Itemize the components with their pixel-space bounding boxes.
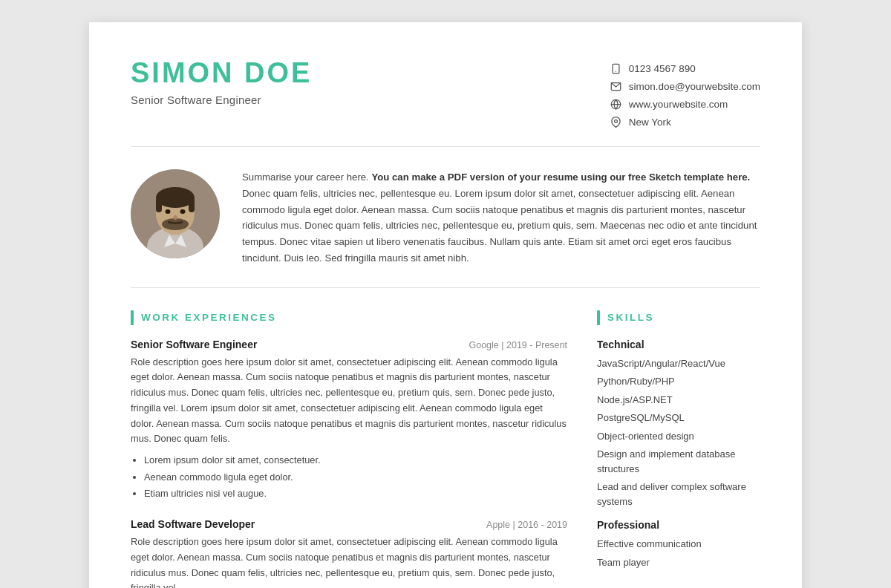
skill-oo: Object-oriented design: [597, 429, 760, 444]
intro-text: Summarise your career here. You can make…: [242, 169, 760, 267]
skills-section-title: SKILLS: [597, 310, 760, 325]
email-value: simon.doe@yourwebsite.com: [629, 81, 760, 92]
svg-point-15: [180, 209, 186, 214]
job-meta-1: Google | 2019 - Present: [469, 340, 567, 350]
job-company-1: Google: [469, 340, 498, 350]
skills-section: SKILLS Technical JavaScript/Angular/Reac…: [597, 310, 760, 588]
work-section-title: WORK EXPERIENCES: [131, 310, 567, 325]
bullet-1-1: Aenean commodo ligula eget dolor.: [144, 470, 567, 486]
job-bullets-1: Lorem ipsum dolor sit amet, consectetuer…: [144, 453, 567, 502]
svg-rect-11: [156, 197, 162, 212]
skill-communication: Effective communication: [597, 537, 760, 552]
location-icon: [610, 116, 622, 128]
job-block-1: Senior Software Engineer Google | 2019 -…: [131, 339, 567, 502]
summary-end: Donec quam felis, ultricies nec, pellent…: [242, 188, 757, 264]
work-section-label: WORK EXPERIENCES: [141, 312, 277, 323]
contact-phone: 0123 4567 890: [610, 62, 696, 75]
candidate-name: SIMON DOE: [131, 58, 312, 89]
skills-section-label: SKILLS: [607, 312, 654, 323]
skill-lead-deliver: Lead and deliver complex software system…: [597, 480, 760, 509]
job-title-1: Senior Software Engineer: [131, 339, 257, 350]
skills-title-bar: [597, 310, 600, 325]
skill-category-technical: Technical: [597, 339, 760, 350]
job-desc-2: Role description goes here ipsum dolor s…: [131, 535, 567, 588]
header: SIMON DOE Senior Software Engineer 0123 …: [131, 58, 760, 147]
avatar: [131, 169, 220, 258]
main-content: WORK EXPERIENCES Senior Software Enginee…: [131, 310, 760, 588]
job-sep-2: |: [510, 520, 518, 530]
skill-team-player: Team player: [597, 555, 760, 570]
contact-email: simon.doe@yourwebsite.com: [610, 80, 760, 93]
globe-icon: [610, 98, 622, 111]
bullet-1-2: Etiam ultricies nisi vel augue.: [144, 486, 567, 502]
skill-node: Node.js/ASP.NET: [597, 393, 760, 408]
phone-icon: [610, 62, 622, 75]
skill-design-implement: Design and implement database structures: [597, 447, 760, 476]
job-period-1: 2019 - Present: [506, 340, 567, 350]
svg-point-14: [166, 209, 171, 214]
summary-start: Summarise your career here.: [242, 172, 371, 183]
summary-highlight: You can make a PDF version of your resum…: [371, 172, 750, 183]
job-block-2: Lead Software Developer Apple | 2016 - 2…: [131, 518, 567, 588]
candidate-title: Senior Software Engineer: [131, 94, 312, 106]
skill-category-professional: Professional: [597, 519, 760, 531]
work-experiences-section: WORK EXPERIENCES Senior Software Enginee…: [131, 310, 567, 588]
job-company-2: Apple: [486, 520, 510, 530]
job-meta-2: Apple | 2016 - 2019: [486, 520, 567, 530]
header-left: SIMON DOE Senior Software Engineer: [131, 58, 312, 106]
skill-python: Python/Ruby/PHP: [597, 374, 760, 389]
svg-point-13: [162, 218, 189, 230]
section-title-bar: [131, 310, 134, 325]
svg-point-5: [614, 120, 617, 122]
job-title-2: Lead Software Developer: [131, 518, 255, 530]
job-period-2: 2016 - 2019: [518, 520, 567, 530]
job-sep-1: |: [499, 340, 506, 350]
location-value: New York: [629, 117, 671, 128]
svg-point-16: [174, 215, 177, 220]
phone-value: 0123 4567 890: [629, 63, 696, 74]
contact-info: 0123 4567 890 simon.doe@yourwebsite.com …: [610, 62, 760, 128]
job-desc-1: Role description goes here ipsum dolor s…: [131, 355, 567, 447]
website-value: www.yourwebsite.com: [629, 99, 728, 110]
email-icon: [610, 80, 622, 93]
contact-location: New York: [610, 116, 671, 128]
intro-section: Summarise your career here. You can make…: [131, 169, 760, 288]
resume-page: SIMON DOE Senior Software Engineer 0123 …: [89, 22, 802, 588]
skill-js: JavaScript/Angular/React/Vue: [597, 356, 760, 371]
job-header-2: Lead Software Developer Apple | 2016 - 2…: [131, 518, 567, 530]
contact-website: www.yourwebsite.com: [610, 98, 728, 111]
skill-postgres: PostgreSQL/MySQL: [597, 411, 760, 425]
job-header-1: Senior Software Engineer Google | 2019 -…: [131, 339, 567, 350]
svg-rect-12: [189, 197, 195, 212]
bullet-1-0: Lorem ipsum dolor sit amet, consectetuer…: [144, 453, 567, 468]
